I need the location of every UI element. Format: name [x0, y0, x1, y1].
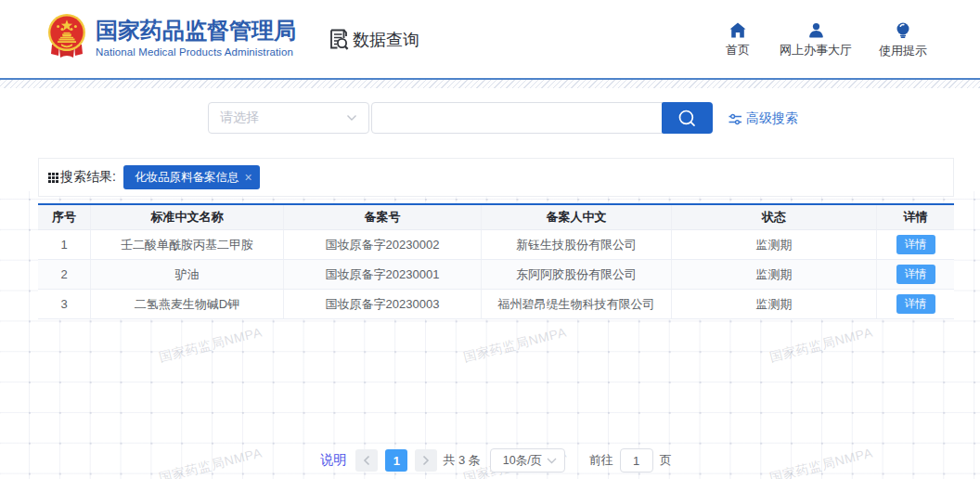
nav-home[interactable]: 首页	[726, 22, 750, 58]
cell-name: 驴油	[91, 260, 284, 290]
cell-reg-no: 国妆原备字20230003	[284, 290, 482, 319]
detail-button[interactable]: 详情	[896, 265, 935, 284]
nav-usage-tips-label: 使用提示	[879, 43, 927, 59]
goto-suffix-label: 页	[660, 452, 672, 469]
col-header-reg-no: 备案号	[284, 205, 482, 230]
nav-service-hall[interactable]: 网上办事大厅	[780, 22, 852, 58]
cell-name: 壬二酸单酰胺丙基二甲胺	[91, 230, 284, 260]
app-title-text: 数据查询	[353, 29, 419, 51]
col-header-status: 状态	[672, 205, 877, 230]
app-title: 数据查询	[326, 27, 419, 52]
nav-service-hall-label: 网上办事大厅	[780, 42, 852, 58]
chevron-down-icon	[547, 458, 557, 464]
nav-usage-tips[interactable]: 使用提示	[879, 22, 927, 59]
search-input[interactable]	[371, 102, 663, 134]
national-emblem-logo	[46, 13, 87, 59]
active-filter-tag-label: 化妆品原料备案信息	[135, 170, 239, 186]
filter-sliders-icon	[729, 113, 741, 125]
cell-detail: 详情	[877, 290, 954, 319]
cell-detail: 详情	[877, 230, 954, 260]
header-divider-hatch	[0, 80, 980, 88]
data-query-icon	[326, 27, 351, 52]
cell-name: 二氢燕麦生物碱D钾	[91, 290, 284, 319]
advanced-search-label: 高级搜索	[746, 110, 798, 127]
next-page-button[interactable]	[415, 449, 437, 472]
col-header-detail: 详情	[877, 205, 954, 230]
col-header-name: 标准中文名称	[91, 205, 284, 230]
cell-reg-no: 国妆原备字20230001	[284, 260, 482, 290]
header: 国家药品监督管理局 National Medical Products Admi…	[0, 0, 980, 78]
cell-reg-no: 国妆原备字20230002	[284, 230, 482, 260]
search-button[interactable]	[662, 102, 713, 134]
cell-registrant: 新钰生技股份有限公司	[482, 230, 672, 260]
page-size-value: 10条/页	[503, 453, 547, 469]
note-link[interactable]: 说明	[320, 452, 346, 469]
org-name-zh: 国家药品监督管理局	[96, 19, 296, 43]
nav-home-label: 首页	[726, 42, 750, 58]
results-table: 序号 标准中文名称 备案号 备案人中文 状态 详情 1壬二酸单酰胺丙基二甲胺国妆…	[38, 203, 954, 319]
goto-label: 前往	[589, 452, 613, 469]
chevron-right-icon	[422, 455, 430, 466]
table-header: 序号 标准中文名称 备案号 备案人中文 状态 详情	[38, 205, 954, 230]
watermark-text: 国家药监局NMPA	[158, 324, 264, 366]
pagination: 说明 1 共 3 条 10条/页 前往 页	[0, 448, 980, 473]
tag-close-icon[interactable]: ×	[244, 171, 251, 184]
chevron-left-icon	[363, 455, 370, 466]
detail-button[interactable]: 详情	[896, 235, 935, 254]
brand-block: 国家药品监督管理局 National Medical Products Admi…	[96, 19, 296, 58]
cell-detail: 详情	[877, 260, 954, 290]
results-label: 搜索结果:	[60, 169, 116, 186]
active-filter-tag[interactable]: 化妆品原料备案信息 ×	[123, 165, 260, 189]
page-size-select[interactable]: 10条/页	[490, 448, 565, 473]
cell-registrant: 福州碧昂缇生物科技有限公司	[482, 290, 672, 319]
table-row: 1壬二酸单酰胺丙基二甲胺国妆原备字20230002新钰生技股份有限公司监测期详情	[38, 230, 954, 260]
page: 国家药监局NMPA国家药监局NMPA国家药监局NMPA国家药监局NMPA国家药监…	[0, 0, 980, 479]
home-icon	[729, 22, 746, 38]
category-select[interactable]: 请选择	[208, 102, 369, 134]
user-icon	[808, 22, 824, 38]
grid-icon	[48, 173, 58, 183]
col-header-registrant: 备案人中文	[482, 205, 672, 230]
watermark-text: 国家药监局NMPA	[462, 324, 569, 366]
total-count-label: 共 3 条	[443, 452, 480, 469]
cell-index: 3	[38, 290, 91, 319]
table-row: 3二氢燕麦生物碱D钾国妆原备字20230003福州碧昂缇生物科技有限公司监测期详…	[38, 290, 954, 319]
col-header-index: 序号	[38, 205, 91, 230]
category-select-placeholder: 请选择	[220, 110, 346, 126]
chevron-down-icon	[346, 114, 357, 122]
page-jumper: 前往 页	[589, 448, 672, 473]
detail-button[interactable]: 详情	[896, 294, 935, 314]
advanced-search-link[interactable]: 高级搜索	[729, 110, 798, 127]
search-section: 请选择 高级搜索	[0, 88, 980, 158]
cell-status: 监测期	[672, 230, 877, 260]
watermark-text: 国家药监局NMPA	[768, 324, 875, 366]
table-row: 2驴油国妆原备字20230001东阿阿胶股份有限公司监测期详情	[38, 260, 954, 290]
cell-index: 1	[38, 230, 91, 260]
org-name-en: National Medical Products Administration	[96, 46, 296, 58]
prev-page-button[interactable]	[355, 449, 378, 472]
cell-index: 2	[38, 260, 91, 290]
cell-registrant: 东阿阿胶股份有限公司	[482, 260, 672, 290]
current-page-button[interactable]: 1	[385, 449, 407, 472]
search-icon	[677, 109, 697, 128]
table-body: 1壬二酸单酰胺丙基二甲胺国妆原备字20230002新钰生技股份有限公司监测期详情…	[38, 230, 954, 319]
results-strip: 搜索结果: 化妆品原料备案信息 ×	[38, 158, 954, 197]
cell-status: 监测期	[672, 260, 877, 290]
goto-page-input[interactable]	[620, 448, 653, 473]
cell-status: 监测期	[672, 290, 877, 319]
bulb-icon	[896, 22, 910, 39]
